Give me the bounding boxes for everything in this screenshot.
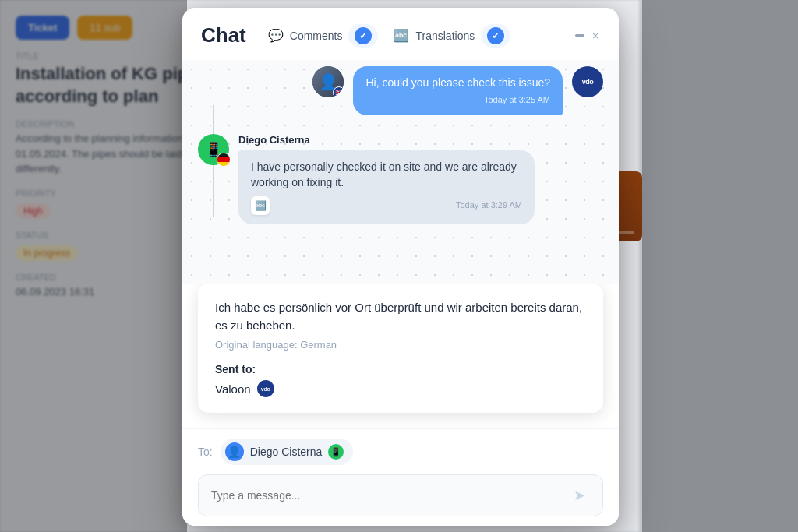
outgoing-message-text: Hi, could you please check this issue? — [365, 76, 550, 91]
incoming-message: 📱 Diego Cisterna I have personally check… — [198, 134, 603, 224]
translations-pill-toggle[interactable]: ✓ — [481, 24, 510, 48]
chat-modal: Chat 💬 Comments ✓ 🔤 Translations ✓ × — [182, 8, 619, 526]
outgoing-bubble: Hi, could you please check this issue? T… — [353, 66, 563, 115]
translations-toggle-group[interactable]: 🔤 Translations ✓ — [394, 24, 510, 48]
translation-text: Ich habe es persönlich vor Ort überprüft… — [215, 299, 586, 334]
sent-to-user: Valoon vdo — [215, 380, 586, 397]
translate-icon-button[interactable]: 🔤 — [251, 196, 270, 215]
outgoing-bubble-wrapper: Hi, could you please check this issue? T… — [353, 66, 563, 115]
to-label: To: — [198, 446, 213, 458]
comments-label: Comments — [290, 30, 343, 42]
incoming-bubble: I have personally checked it on site and… — [238, 150, 535, 224]
recipient-whatsapp-icon: 📱 — [328, 444, 344, 460]
original-lang-label: Original language: German — [215, 339, 586, 351]
right-overlay — [642, 0, 798, 532]
vdo-badge-text: vdo — [261, 386, 270, 392]
comments-icon: 💬 — [268, 28, 284, 43]
sent-to-label: Sent to: — [215, 363, 586, 375]
timeline-container: vdo Hi, could you please check this issu… — [198, 66, 603, 224]
modal-header: Chat 💬 Comments ✓ 🔤 Translations ✓ × — [182, 8, 619, 60]
to-row: To: 👤 Diego Cisterna 📱 — [198, 439, 603, 465]
comments-toggle-group[interactable]: 💬 Comments ✓ — [268, 24, 379, 48]
outgoing-message-time: Today at 3:25 AM — [365, 94, 550, 106]
left-overlay — [0, 0, 187, 532]
sender-avatar-whatsapp: 📱 — [198, 134, 229, 165]
chat-messages-area: vdo Hi, could you please check this issu… — [182, 60, 619, 284]
window-controls: × — [575, 31, 600, 41]
comments-pill-toggle[interactable]: ✓ — [348, 24, 378, 48]
minimize-button[interactable] — [575, 34, 584, 37]
recipient-avatar-photo: 👤 🇬🇧 — [312, 66, 344, 97]
photo-inner: 👤 🇬🇧 — [312, 66, 344, 97]
message-input-row: ➤ — [198, 474, 603, 516]
translation-popup: Ich habe es persönlich vor Ort überprüft… — [198, 284, 603, 413]
recipient-chip-name: Diego Cisterna — [250, 446, 323, 458]
translations-icon: 🔤 — [394, 28, 409, 43]
send-button[interactable]: ➤ — [568, 484, 590, 506]
sender-name: Diego Cisterna — [238, 134, 603, 146]
translations-check-icon: ✓ — [487, 27, 504, 44]
incoming-bubble-wrapper: Diego Cisterna I have personally checked… — [238, 134, 603, 224]
recipient-name: Valoon — [215, 382, 251, 396]
incoming-time-row: 🔤 Today at 3:29 AM — [251, 196, 522, 215]
chat-compose-area: To: 👤 Diego Cisterna 📱 ➤ — [182, 428, 619, 526]
message-input[interactable] — [211, 489, 560, 502]
vdo-badge-icon: vdo — [257, 380, 274, 397]
recipient-chip-avatar: 👤 — [225, 442, 244, 461]
chat-title: Chat — [201, 23, 246, 48]
translations-label: Translations — [415, 30, 475, 42]
sender-avatar-vdo: vdo — [572, 66, 603, 97]
incoming-message-time: Today at 3:29 AM — [456, 199, 522, 211]
avatar-vdo-text: vdo — [582, 78, 594, 86]
de-flag-icon — [217, 153, 231, 167]
recipient-chip[interactable]: 👤 Diego Cisterna 📱 — [221, 439, 354, 465]
close-button[interactable]: × — [591, 31, 600, 41]
recipient-avatar-icon: 👤 — [228, 446, 241, 458]
outgoing-message: vdo Hi, could you please check this issu… — [198, 66, 603, 115]
uk-flag-icon: 🇬🇧 — [333, 86, 344, 97]
comments-check-icon: ✓ — [355, 27, 372, 44]
incoming-message-text: I have personally checked it on site and… — [251, 160, 522, 190]
